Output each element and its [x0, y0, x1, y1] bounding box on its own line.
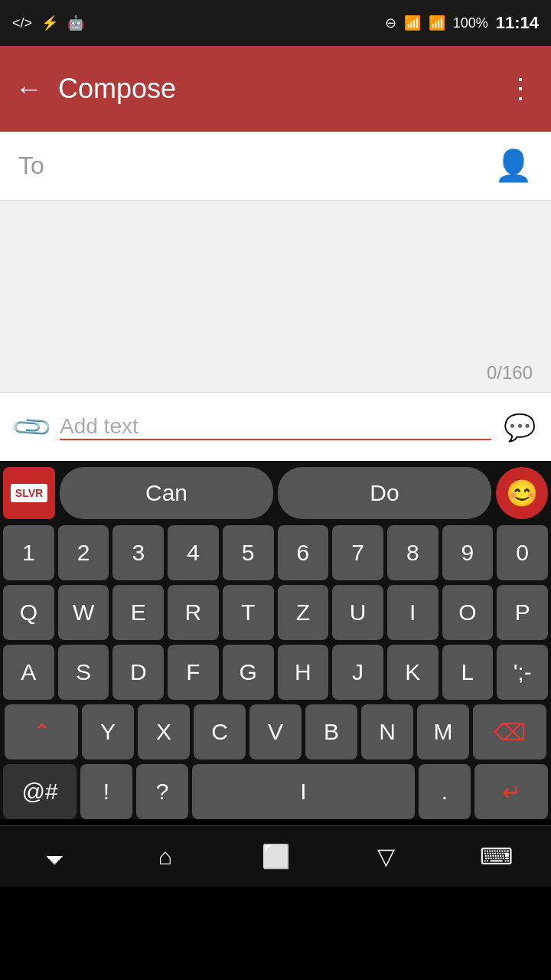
code-icon: </> [12, 15, 32, 31]
backspace-key[interactable]: ⌫ [473, 704, 546, 760]
key-y[interactable]: Y [82, 704, 134, 760]
char-count: 0/160 [487, 362, 533, 384]
symbols-key[interactable]: @# [3, 764, 77, 819]
key-a[interactable]: A [3, 645, 54, 700]
attach-icon[interactable]: 📎 [9, 405, 54, 449]
key-1[interactable]: 1 [3, 525, 54, 580]
key-s[interactable]: S [58, 645, 109, 700]
key-b[interactable]: B [305, 704, 357, 760]
key-r[interactable]: R [168, 585, 219, 640]
suggestion-can[interactable]: Can [60, 467, 273, 519]
battery-text: 100% [453, 15, 488, 31]
key-v[interactable]: V [249, 704, 302, 760]
overflow-menu-button[interactable]: ⋮ [507, 73, 536, 105]
text-input[interactable] [60, 414, 491, 440]
key-7[interactable]: 7 [332, 525, 383, 580]
key-h[interactable]: H [278, 645, 329, 700]
nav-recents-button[interactable]: ⬜ [245, 826, 306, 887]
keyboard: SLVR Can Do 😊 1 2 3 4 5 6 7 8 9 0 Q W E … [0, 461, 551, 819]
to-label: To [18, 152, 494, 180]
key-o[interactable]: O [442, 585, 494, 640]
back-button[interactable]: ← [15, 73, 43, 105]
nav-bar: 🞃 ⌂ ⬜ ▽ ⌨ [0, 825, 551, 887]
key-m[interactable]: M [417, 704, 469, 760]
send-icon[interactable]: 💬 [504, 412, 536, 443]
keyboard-special-left[interactable]: SLVR [3, 467, 55, 519]
qwerty-row-1: Q W E R T Z U I O P [3, 585, 548, 640]
compose-area: To 👤 0/160 📎 💬 [0, 132, 551, 461]
key-k[interactable]: K [387, 645, 439, 700]
contact-picker-icon[interactable]: 👤 [494, 148, 533, 184]
key-8[interactable]: 8 [387, 525, 439, 580]
key-l[interactable]: L [442, 645, 494, 700]
minus-circle-icon: ⊖ [385, 15, 396, 31]
nav-home-button[interactable]: ⌂ [135, 826, 196, 887]
emoji-button[interactable]: 😊 [496, 467, 548, 519]
key-p[interactable]: P [497, 585, 548, 640]
key-e[interactable]: E [112, 585, 164, 640]
char-count-bar: 0/160 [0, 354, 551, 392]
bottom-row: @# ! ? I . ↵ [3, 764, 548, 819]
text-input-row: 📎 💬 [0, 392, 551, 461]
qwerty-row-2: A S D F G H J K L ';- [3, 645, 548, 700]
nav-keyboard-button[interactable]: ⌨ [465, 826, 527, 887]
status-time: 11:14 [496, 13, 539, 33]
signal-icon: 📶 [429, 15, 445, 31]
keyboard-special-label: SLVR [11, 484, 47, 502]
key-3[interactable]: 3 [112, 525, 164, 580]
key-c[interactable]: C [194, 704, 246, 760]
key-n[interactable]: N [361, 704, 413, 760]
suggestion-do[interactable]: Do [278, 467, 491, 519]
key-2[interactable]: 2 [58, 525, 109, 580]
android-icon: 🤖 [67, 15, 84, 31]
key-i[interactable]: I [387, 585, 439, 640]
key-z[interactable]: Z [278, 585, 329, 640]
key-t[interactable]: T [223, 585, 274, 640]
key-q[interactable]: Q [3, 585, 54, 640]
nav-down-button[interactable]: 🞃 [24, 826, 86, 887]
key-0[interactable]: 0 [497, 525, 548, 580]
to-field[interactable]: To 👤 [0, 132, 551, 201]
key-d[interactable]: D [112, 645, 164, 700]
app-title: Compose [58, 73, 507, 105]
key-w[interactable]: W [58, 585, 109, 640]
usb-icon: ⚡ [41, 15, 58, 31]
key-6[interactable]: 6 [278, 525, 329, 580]
key-5[interactable]: 5 [223, 525, 274, 580]
qwerty-row-3: ⌃ Y X C V B N M ⌫ [3, 704, 548, 760]
key-u[interactable]: U [332, 585, 383, 640]
message-body[interactable] [0, 201, 551, 354]
key-f[interactable]: F [168, 645, 219, 700]
shift-key[interactable]: ⌃ [5, 704, 78, 760]
question-key[interactable]: ? [136, 764, 188, 819]
key-x[interactable]: X [138, 704, 190, 760]
nav-menu-button[interactable]: ▽ [355, 826, 416, 887]
suggestion-row: SLVR Can Do 😊 [3, 467, 548, 519]
period-key[interactable]: . [419, 764, 471, 819]
enter-key[interactable]: ↵ [474, 764, 548, 819]
wifi-icon: 📶 [404, 15, 421, 31]
number-row: 1 2 3 4 5 6 7 8 9 0 [3, 525, 548, 580]
key-semicolon[interactable]: ';- [497, 645, 548, 700]
space-key[interactable]: I [192, 764, 415, 819]
key-j[interactable]: J [332, 645, 383, 700]
status-bar: </> ⚡ 🤖 ⊖ 📶 📶 100% 11:14 [0, 0, 551, 46]
key-g[interactable]: G [223, 645, 274, 700]
key-9[interactable]: 9 [442, 525, 494, 580]
key-4[interactable]: 4 [168, 525, 219, 580]
exclamation-key[interactable]: ! [80, 764, 132, 819]
app-bar: ← Compose ⋮ [0, 46, 551, 132]
